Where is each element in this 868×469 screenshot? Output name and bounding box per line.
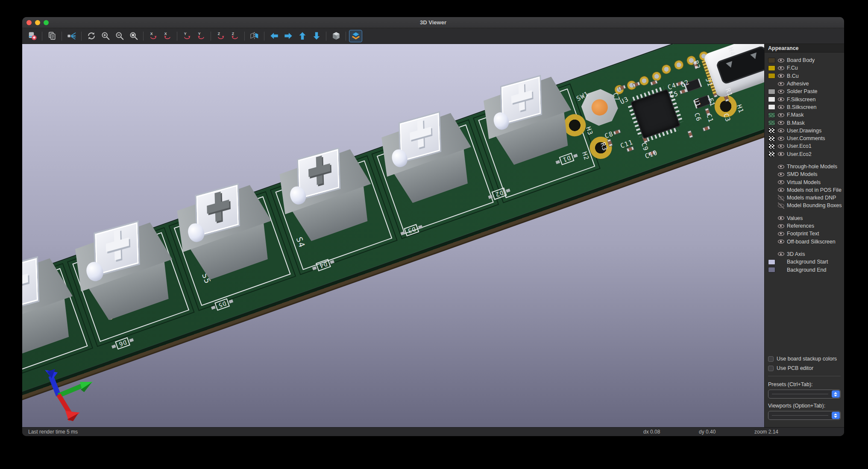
through-hole-pad [660, 63, 672, 75]
text-item-row[interactable]: Footprint Text [768, 230, 844, 237]
rotate-z-counterclockwise-button[interactable]: Z [228, 30, 241, 42]
visibility-eye-icon[interactable] [778, 151, 784, 157]
visibility-eye-icon[interactable] [778, 73, 784, 79]
layer-row[interactable]: B.Cu [768, 72, 844, 80]
model-row[interactable]: SMD Models [768, 170, 844, 178]
model-row[interactable]: Models not in POS File [768, 186, 844, 194]
layer-row[interactable]: Board Body [768, 56, 844, 64]
3d-viewport-canvas[interactable]: S6S5S4D6D5D4D3D2D1C2H3SW1C7U3C8R3C11C9C1… [22, 44, 764, 427]
misc-row[interactable]: Background Start [768, 258, 844, 266]
presets-dropdown[interactable] [768, 390, 841, 399]
move-down-button[interactable] [310, 30, 323, 42]
visibility-eye-icon[interactable] [778, 202, 784, 209]
move-right-button[interactable] [282, 30, 295, 42]
model-row[interactable]: Model Bounding Boxes [768, 202, 844, 209]
layer-row[interactable]: User.Drawings [768, 127, 844, 135]
layer-row[interactable]: User.Eco2 [768, 150, 844, 158]
layer-color-swatch[interactable] [768, 144, 775, 149]
visibility-eye-icon[interactable] [778, 231, 784, 237]
layer-row[interactable]: F.Silkscreen [768, 95, 844, 103]
model-list: Through-hole Models SMD Models Virtual M… [765, 163, 844, 210]
silkscreen-label: H1 [735, 103, 745, 114]
stepper-icon[interactable] [832, 412, 840, 419]
checkbox-row[interactable]: Use board stackup colors [768, 354, 841, 363]
move-up-button[interactable] [296, 30, 309, 42]
checkbox[interactable] [768, 366, 774, 371]
checkbox[interactable] [768, 356, 774, 362]
stepper-icon[interactable] [832, 390, 840, 398]
layer-row[interactable]: F.Mask [768, 111, 844, 119]
viewports-dropdown[interactable] [768, 411, 841, 420]
model-row[interactable]: Through-hole Models [768, 163, 844, 170]
zoom-out-button[interactable] [113, 30, 126, 42]
visibility-eye-icon[interactable] [778, 187, 784, 193]
misc-row[interactable]: Background End [768, 266, 844, 273]
layer-color-swatch[interactable] [768, 112, 775, 118]
text-item-row[interactable]: Values [768, 214, 844, 222]
model-row[interactable]: Models marked DNP [768, 194, 844, 202]
visibility-eye-icon[interactable] [778, 57, 784, 64]
layer-row[interactable]: F.Cu [768, 64, 844, 72]
misc-label: Background Start [787, 259, 828, 265]
layer-color-swatch[interactable] [768, 120, 775, 126]
flip-board-button[interactable] [248, 30, 261, 42]
rotate-x-counterclockwise-button[interactable]: X [161, 30, 174, 42]
layer-row[interactable]: User.Eco1 [768, 142, 844, 150]
appearance-layers-button[interactable] [349, 30, 362, 42]
copy-image-button[interactable] [45, 30, 59, 42]
layer-color-swatch[interactable] [768, 73, 775, 79]
visibility-eye-icon[interactable] [778, 251, 784, 257]
visibility-eye-icon[interactable] [778, 195, 784, 201]
model-row[interactable]: Virtual Models [768, 178, 844, 186]
misc-row[interactable]: 3D Axis [768, 250, 844, 258]
visibility-eye-icon[interactable] [778, 120, 784, 126]
text-item-row[interactable]: Off-board Silkscreen [768, 238, 844, 246]
rotate-y-counterclockwise-button[interactable]: Y [194, 30, 208, 42]
rotate-y-clockwise-button[interactable]: Y [180, 30, 194, 42]
visibility-eye-icon[interactable] [778, 238, 784, 245]
layer-row[interactable]: B.Silkscreen [768, 103, 844, 111]
visibility-eye-icon[interactable] [778, 112, 784, 118]
visibility-eye-icon[interactable] [778, 81, 784, 87]
visibility-eye-icon[interactable] [778, 179, 784, 185]
layer-color-swatch[interactable] [768, 97, 775, 102]
move-left-button[interactable] [267, 30, 281, 42]
misc-color-swatch[interactable] [768, 267, 775, 273]
layer-row[interactable]: User.Comments [768, 135, 844, 142]
svg-text:Y: Y [184, 32, 186, 36]
checkbox-row[interactable]: Use PCB editor [768, 363, 841, 373]
visibility-eye-icon[interactable] [778, 88, 784, 95]
text-item-row[interactable]: References [768, 222, 844, 230]
layer-color-swatch[interactable] [768, 58, 775, 63]
visibility-eye-icon[interactable] [778, 171, 784, 178]
layer-color-swatch[interactable] [768, 151, 775, 157]
rotate-x-clockwise-button[interactable]: X [147, 30, 160, 42]
layer-color-swatch[interactable] [768, 65, 775, 71]
layer-color-swatch[interactable] [768, 104, 775, 110]
layer-color-swatch[interactable] [768, 89, 775, 94]
visibility-eye-icon[interactable] [778, 104, 784, 110]
statusbar: Last render time 5 ms dx 0.08 dy 0.40 zo… [22, 427, 844, 436]
zoom-in-button[interactable] [99, 30, 112, 42]
layer-color-swatch[interactable] [768, 128, 775, 133]
visibility-eye-icon[interactable] [778, 215, 784, 221]
visibility-eye-icon[interactable] [778, 65, 784, 71]
rotate-z-clockwise-button[interactable]: Z [214, 30, 227, 42]
visibility-eye-icon[interactable] [778, 223, 784, 229]
layer-row[interactable]: Solder Paste [768, 88, 844, 95]
visibility-eye-icon[interactable] [778, 143, 784, 149]
layer-label: B.Cu [787, 73, 799, 79]
misc-color-swatch[interactable] [768, 259, 775, 265]
visibility-eye-icon[interactable] [778, 96, 784, 103]
zoom-to-fit-button[interactable] [127, 30, 140, 42]
layer-row[interactable]: B.Mask [768, 119, 844, 126]
board-image-export-button[interactable] [26, 30, 39, 42]
visibility-eye-icon[interactable] [778, 135, 784, 142]
visibility-eye-icon[interactable] [778, 164, 784, 170]
raytracing-render-button[interactable] [65, 30, 78, 42]
layer-color-swatch[interactable] [768, 136, 775, 141]
redraw-button[interactable] [85, 30, 98, 42]
visibility-eye-icon[interactable] [778, 127, 784, 134]
orthographic-projection-button[interactable] [329, 30, 343, 42]
layer-row[interactable]: Adhesive [768, 80, 844, 88]
